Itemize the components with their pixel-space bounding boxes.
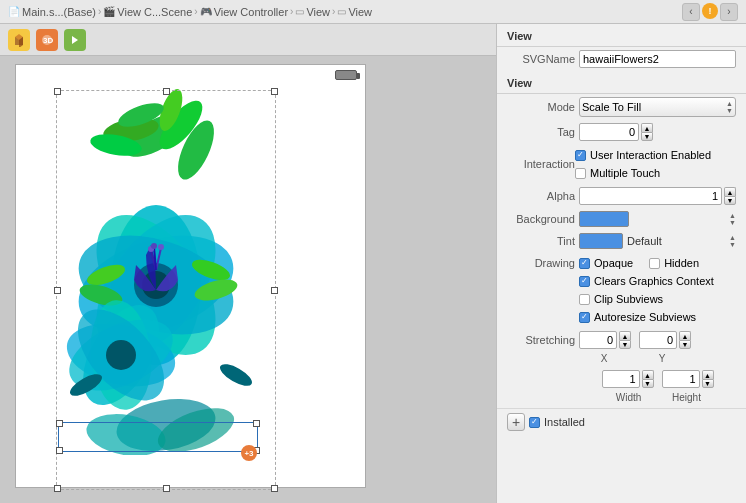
autoresize-label: Autoresize Subviews <box>594 311 696 323</box>
svg-text:3D: 3D <box>43 36 53 45</box>
alpha-label: Alpha <box>507 190 575 202</box>
cube-icon <box>12 33 26 47</box>
mode-label: Mode <box>507 101 575 113</box>
clears-graphics-label: Clears Graphics Context <box>594 275 714 287</box>
stretch-x-input[interactable] <box>579 331 617 349</box>
arrow-icon <box>68 33 82 47</box>
handle-bl <box>54 485 61 492</box>
interaction-label: Interaction <box>507 158 575 170</box>
controller-icon: 🎮 <box>200 6 212 17</box>
svg-point-34 <box>217 360 255 390</box>
clip-subviews-row: Clip Subviews <box>579 291 736 307</box>
warning-badge: ! <box>702 3 718 19</box>
multiple-touch-label: Multiple Touch <box>590 167 660 179</box>
hidden-label: Hidden <box>664 257 699 269</box>
height-input[interactable] <box>662 370 700 388</box>
stretch-y-axis-label: Y <box>659 353 666 364</box>
breadcrumb-sep-2: › <box>194 6 197 17</box>
canvas-area: 3D <box>0 24 496 503</box>
breadcrumb-label-view1: View <box>306 6 330 18</box>
breadcrumb-label-view2: View <box>348 6 372 18</box>
height-buttons: ▲ ▼ <box>702 370 714 388</box>
stretch-x-increment[interactable]: ▲ <box>619 331 631 340</box>
breadcrumb-label-controller: View Controller <box>214 6 288 18</box>
svg-point-40 <box>151 243 157 249</box>
drawing-row: Drawing Opaque Hidden Clears Graphics Co… <box>497 252 746 328</box>
interaction-row: Interaction User Interaction Enabled Mul… <box>497 144 746 184</box>
green-arrow-button[interactable] <box>64 29 86 51</box>
alpha-input[interactable] <box>579 187 722 205</box>
view-section-title: View <box>497 24 746 47</box>
yellow-cube-button[interactable] <box>8 29 30 51</box>
svg-point-39 <box>158 244 164 250</box>
3d-icon: 3D <box>40 33 54 47</box>
breadcrumb-sep-3: › <box>290 6 293 17</box>
stretch-x-stepper: ▲ ▼ <box>579 331 631 349</box>
tag-increment-button[interactable]: ▲ <box>641 123 653 132</box>
width-decrement[interactable]: ▼ <box>642 379 654 388</box>
stretch-y-input[interactable] <box>639 331 677 349</box>
breadcrumb-sep-1: › <box>98 6 101 17</box>
clip-subviews-label: Clip Subviews <box>594 293 663 305</box>
multiple-touch-row: Multiple Touch <box>575 165 736 181</box>
tag-decrement-button[interactable]: ▼ <box>641 132 653 141</box>
installed-checkbox[interactable] <box>529 417 540 428</box>
tag-stepper: ▲ ▼ <box>579 123 653 141</box>
opaque-row: Opaque <box>579 255 633 271</box>
opaque-checkbox[interactable] <box>579 258 590 269</box>
height-stepper: ▲ ▼ <box>662 370 714 388</box>
background-row: Background ▲ ▼ <box>497 208 746 230</box>
tint-row: Tint Default ▲ ▼ <box>497 230 746 252</box>
breadcrumb-label-scene: View C...Scene <box>117 6 192 18</box>
alpha-decrement-button[interactable]: ▼ <box>724 196 736 205</box>
tint-color-swatch[interactable] <box>579 233 623 249</box>
stretch-y-stepper: ▲ ▼ <box>639 331 691 349</box>
width-increment[interactable]: ▲ <box>642 370 654 379</box>
background-color-swatch[interactable] <box>579 211 629 227</box>
tag-label: Tag <box>507 126 575 138</box>
width-input[interactable] <box>602 370 640 388</box>
mode-select[interactable]: Scale To Fill ▲ ▼ <box>579 97 736 117</box>
installed-label: Installed <box>544 416 585 428</box>
breadcrumb-item-view1[interactable]: ▭ View <box>295 6 330 18</box>
alpha-row: Alpha ▲ ▼ <box>497 184 746 208</box>
user-interaction-row: User Interaction Enabled <box>575 147 736 163</box>
multiple-touch-checkbox[interactable] <box>575 168 586 179</box>
autoresize-checkbox[interactable] <box>579 312 590 323</box>
opaque-label: Opaque <box>594 257 633 269</box>
orange-3d-button[interactable]: 3D <box>36 29 58 51</box>
clears-graphics-checkbox[interactable] <box>579 276 590 287</box>
inspector-panel: View SVGName View Mode Scale To Fill ▲ ▼… <box>496 24 746 503</box>
scene-icon: 🎬 <box>103 6 115 17</box>
breadcrumb-item-view2[interactable]: ▭ View <box>337 6 372 18</box>
stretch-y-buttons: ▲ ▼ <box>679 331 691 349</box>
stretch-y-decrement[interactable]: ▼ <box>679 340 691 349</box>
mode-value: Scale To Fill <box>582 101 641 113</box>
canvas-toolbar: 3D <box>0 24 496 56</box>
nav-back-button[interactable]: ‹ <box>682 3 700 21</box>
tag-row: Tag ▲ ▼ <box>497 120 746 144</box>
nav-forward-button[interactable]: › <box>720 3 738 21</box>
breadcrumb-item-scene[interactable]: 🎬 View C...Scene <box>103 6 192 18</box>
background-label: Background <box>507 213 575 225</box>
canvas-frame[interactable]: +3 <box>15 64 366 488</box>
breadcrumb-item-main[interactable]: 📄 Main.s...(Base) <box>8 6 96 18</box>
tag-input[interactable] <box>579 123 639 141</box>
installed-row: + Installed <box>497 408 746 435</box>
stretch-x-decrement[interactable]: ▼ <box>619 340 631 349</box>
user-interaction-checkbox[interactable] <box>575 150 586 161</box>
height-increment[interactable]: ▲ <box>702 370 714 379</box>
height-decrement[interactable]: ▼ <box>702 379 714 388</box>
handle-br <box>271 485 278 492</box>
tag-stepper-buttons: ▲ ▼ <box>641 123 653 141</box>
size-row: ▲ ▼ ▲ ▼ Width <box>497 367 746 406</box>
hidden-checkbox[interactable] <box>649 258 660 269</box>
stretch-y-increment[interactable]: ▲ <box>679 331 691 340</box>
clip-subviews-checkbox[interactable] <box>579 294 590 305</box>
svg-name-input[interactable] <box>579 50 736 68</box>
plus-button[interactable]: + <box>507 413 525 431</box>
svg-marker-5 <box>72 36 78 44</box>
breadcrumb-nav: ‹ ! › <box>682 3 738 21</box>
breadcrumb-item-controller[interactable]: 🎮 View Controller <box>200 6 288 18</box>
alpha-increment-button[interactable]: ▲ <box>724 187 736 196</box>
